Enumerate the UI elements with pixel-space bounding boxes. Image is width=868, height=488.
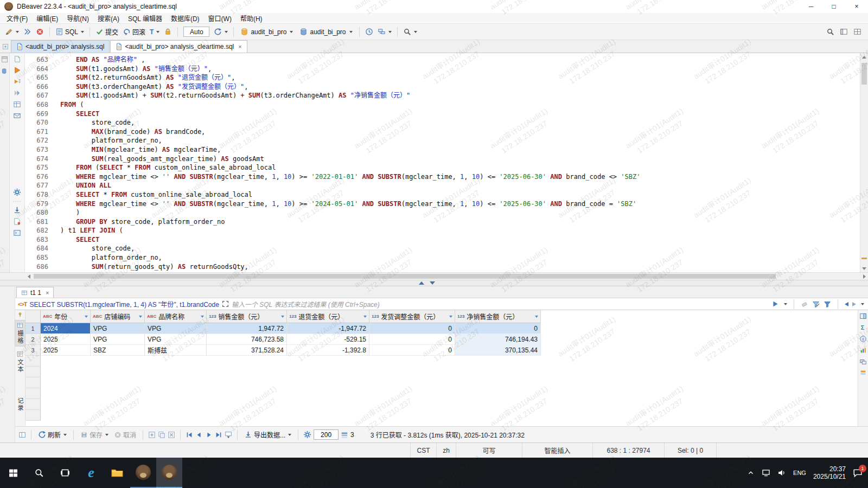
- delete-row-icon[interactable]: [168, 431, 175, 439]
- copy-row-icon[interactable]: [158, 431, 165, 439]
- tab-analysis-cleartime-sql[interactable]: <audit_bi_pro> analysis_cleartime.sql ×: [110, 40, 247, 53]
- filter-icon[interactable]: [824, 300, 831, 308]
- sync-connection-button[interactable]: [22, 27, 33, 37]
- taskbar-clock[interactable]: 20:37 2025/10/21: [813, 465, 846, 480]
- calc-panel-icon[interactable]: Σ: [859, 324, 867, 331]
- scroll-right-icon[interactable]: [860, 273, 868, 280]
- edit-filter-icon[interactable]: [812, 300, 820, 308]
- minimize-results-icon[interactable]: [430, 281, 435, 285]
- database-selector[interactable]: audit_bi_pro: [297, 27, 355, 37]
- row-number[interactable]: 3: [25, 345, 41, 356]
- cell[interactable]: SBZ: [91, 345, 145, 356]
- global-search-icon[interactable]: [826, 28, 834, 36]
- cell[interactable]: -1,947.72: [287, 323, 369, 334]
- close-button[interactable]: ×: [845, 0, 868, 13]
- explain-plan-icon[interactable]: [13, 89, 21, 97]
- filter-history-back-icon[interactable]: [845, 302, 848, 306]
- column-header[interactable]: ABC品牌名称: [145, 310, 207, 323]
- start-button[interactable]: [0, 458, 26, 488]
- cell[interactable]: 2025: [41, 334, 91, 345]
- cell[interactable]: 746,723.58: [207, 334, 287, 345]
- display-icon[interactable]: [762, 468, 770, 477]
- taskbar-search-button[interactable]: [26, 458, 52, 488]
- export-data-icon[interactable]: [13, 206, 21, 214]
- status-caret-position[interactable]: 638 : 1 : 27974: [592, 443, 664, 458]
- speaker-icon[interactable]: [777, 468, 786, 477]
- column-header[interactable]: 123销售金额（元）: [207, 310, 287, 323]
- menu-item[interactable]: 编辑(E): [32, 12, 62, 24]
- references-panel-icon[interactable]: [859, 358, 867, 365]
- add-row-icon[interactable]: [148, 431, 156, 439]
- column-header[interactable]: 123净销售金额（元）: [455, 310, 541, 323]
- transaction-log-button[interactable]: T: [148, 27, 161, 37]
- sort-dropdown-icon[interactable]: [281, 316, 284, 318]
- save-results-button[interactable]: 保存: [79, 429, 110, 440]
- sort-dropdown-icon[interactable]: [85, 316, 88, 318]
- fetch-size-input[interactable]: [314, 429, 339, 440]
- tray-expand-icon[interactable]: [747, 469, 755, 477]
- column-header[interactable]: ABC年份: [41, 310, 91, 323]
- column-header[interactable]: 123发货调整金额（元）: [369, 310, 455, 323]
- metadata-panel-icon[interactable]: i: [859, 335, 867, 343]
- layers-panel-icon[interactable]: [859, 369, 867, 377]
- scroll-down-icon[interactable]: [860, 265, 868, 272]
- restore-panel-icon[interactable]: [1, 42, 10, 52]
- pin-icon[interactable]: [17, 312, 23, 317]
- presentation-grid-tab[interactable]: 栅格: [15, 320, 25, 346]
- sort-dropdown-icon[interactable]: [201, 316, 204, 318]
- execute-script-icon[interactable]: [13, 78, 21, 86]
- search-menu-button[interactable]: [401, 27, 419, 37]
- commit-mode-select[interactable]: Auto: [183, 27, 209, 37]
- edge-browser-button[interactable]: e: [78, 458, 104, 488]
- vscroll-thumb[interactable]: [861, 63, 867, 85]
- rollback-button[interactable]: 回滚: [121, 26, 147, 37]
- cell[interactable]: 371,528.24: [207, 345, 287, 356]
- export-data-button[interactable]: 导出数据...: [242, 429, 293, 440]
- sort-dropdown-icon[interactable]: [535, 316, 538, 318]
- execute-statement-icon[interactable]: [13, 66, 21, 74]
- panel-toggle-icon[interactable]: [18, 431, 26, 439]
- commit-button[interactable]: 提交: [94, 26, 120, 37]
- sort-dropdown-icon[interactable]: [449, 316, 452, 318]
- minimized-projects-icon[interactable]: [1, 68, 8, 75]
- grid-settings-gear-icon[interactable]: [303, 431, 311, 439]
- cell[interactable]: 0: [369, 334, 455, 345]
- cell[interactable]: 0: [369, 345, 455, 356]
- file-explorer-button[interactable]: [104, 458, 130, 488]
- disconnect-button[interactable]: [34, 27, 46, 37]
- output-console-icon[interactable]: [13, 229, 21, 237]
- editor-vscrollbar[interactable]: [860, 53, 868, 272]
- close-tab-icon[interactable]: ×: [238, 43, 241, 50]
- minimize-button[interactable]: ─: [800, 0, 822, 13]
- column-header[interactable]: ABC店铺编码: [91, 310, 145, 323]
- cell[interactable]: VPG: [145, 334, 207, 345]
- menu-item[interactable]: 导航(N): [62, 12, 93, 24]
- chart-panel-icon[interactable]: [859, 346, 867, 354]
- result-grid-icon[interactable]: [13, 100, 21, 108]
- presentation-text-tab[interactable]: 文本: [15, 349, 25, 375]
- settings-gear-icon[interactable]: [13, 188, 21, 196]
- cell[interactable]: 2024: [41, 323, 91, 334]
- column-header[interactable]: 123退货金额（元）: [287, 310, 369, 323]
- cell[interactable]: VPG: [91, 323, 145, 334]
- row-number[interactable]: 1: [25, 323, 41, 334]
- expand-filter-icon[interactable]: [222, 300, 229, 307]
- tunnel-button[interactable]: [363, 27, 375, 37]
- close-results-tab-icon[interactable]: ×: [46, 290, 49, 296]
- cell[interactable]: 1,947.72: [207, 323, 287, 334]
- scroll-left-icon[interactable]: [25, 273, 33, 280]
- cell[interactable]: 0: [369, 323, 455, 334]
- dbeaver-app-button[interactable]: [130, 458, 156, 488]
- fetch-page-icon[interactable]: [225, 431, 232, 439]
- last-row-icon[interactable]: [215, 431, 222, 439]
- cancel-button[interactable]: 取消: [112, 429, 138, 440]
- cell[interactable]: -1,392.8: [287, 345, 369, 356]
- cell[interactable]: 370,135.44: [455, 345, 541, 356]
- menu-item[interactable]: 窗口(W): [204, 12, 236, 24]
- filter-input[interactable]: 输入一个 SQL 表达式来过滤结果 (使用 Ctrl+Space): [232, 299, 768, 309]
- maximize-results-icon[interactable]: [419, 281, 424, 285]
- input-language[interactable]: ENG: [793, 470, 806, 476]
- cell[interactable]: -529.15: [287, 334, 369, 345]
- perspective-icon[interactable]: [840, 28, 848, 36]
- cell[interactable]: 2025: [41, 345, 91, 356]
